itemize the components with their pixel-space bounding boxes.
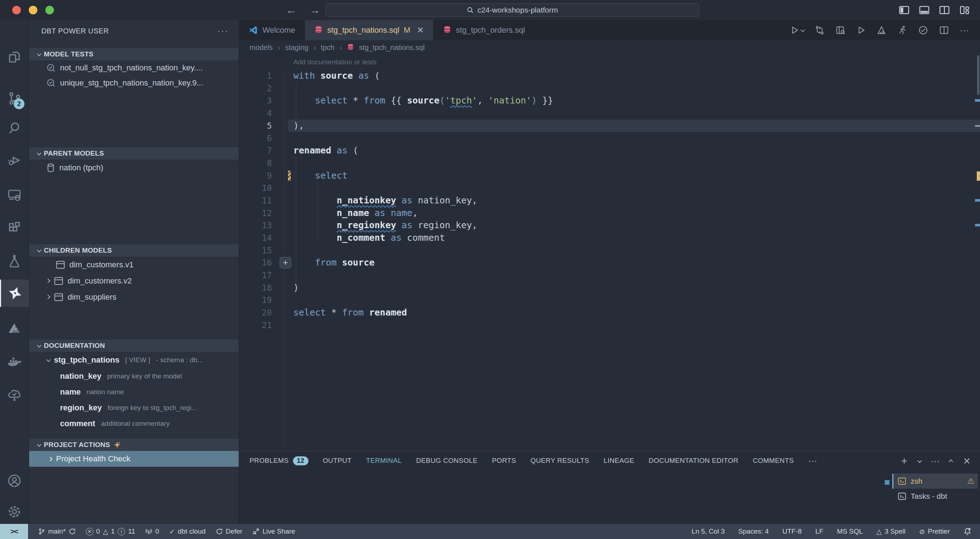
child-model-item[interactable]: dim_suppliers [29, 289, 239, 305]
toggle-panel-icon[interactable] [919, 5, 930, 16]
code-line[interactable]: 15 [239, 244, 980, 257]
cursor-position-status[interactable]: Ln 5, Col 3 [692, 528, 725, 536]
code-line[interactable]: 12 n_name as name, [239, 207, 980, 219]
split-editor-icon[interactable] [939, 25, 949, 35]
gutter[interactable]: + [272, 256, 293, 269]
doc-column-row[interactable]: region_key foreign key to stg_tpch_regi.… [29, 400, 239, 416]
explorer-icon[interactable] [0, 43, 29, 71]
code-line[interactable]: 20select * from renamed [239, 307, 980, 319]
terminal-instance-tasks-dbt[interactable]: Tasks - dbt [892, 489, 978, 504]
minimize-window-button[interactable] [29, 6, 37, 14]
problems-status[interactable]: ✕0 △1 i11 [86, 528, 135, 536]
gutter[interactable] [272, 170, 293, 182]
code-editor[interactable]: Add documentation or tests 1with source … [239, 55, 980, 471]
breadcrumb-item[interactable]: tpch [321, 43, 334, 52]
gutter[interactable] [272, 219, 293, 232]
zoom-window-button[interactable] [45, 6, 54, 14]
code-line[interactable]: 7renamed as ( [239, 145, 980, 157]
command-center-search[interactable]: c24-workshops-platform [325, 3, 699, 17]
gutter[interactable] [272, 94, 293, 107]
gutter[interactable] [272, 132, 293, 145]
add-gutter-button[interactable]: + [280, 257, 291, 269]
spell-checker-status[interactable]: △3 Spell [877, 528, 905, 536]
gutter[interactable] [272, 269, 293, 282]
close-window-button[interactable] [12, 6, 21, 14]
sidebar-more-actions-icon[interactable]: ··· [217, 25, 229, 37]
breadcrumb-item[interactable]: staging [285, 43, 309, 52]
gutter[interactable] [272, 120, 293, 132]
language-mode-status[interactable]: MS SQL [837, 528, 863, 536]
gutter[interactable] [272, 207, 293, 219]
accounts-icon[interactable] [0, 467, 29, 494]
section-children-models[interactable]: CHILDREN MODELS [29, 244, 239, 256]
code-line[interactable]: 1with source as ( [239, 70, 980, 82]
panel-tab-lineage[interactable]: LINEAGE [604, 457, 634, 464]
tab-welcome[interactable]: Welcome [239, 20, 305, 40]
remote-explorer-icon[interactable] [0, 181, 29, 208]
section-project-actions[interactable]: PROJECT ACTIONS [29, 439, 239, 451]
run-debug-icon[interactable] [0, 146, 29, 174]
lineage-icon[interactable] [815, 25, 825, 35]
dbt-a-icon[interactable] [877, 25, 886, 35]
gutter[interactable] [272, 82, 293, 95]
back-icon[interactable]: ← [286, 4, 297, 16]
remote-indicator[interactable]: >< [0, 524, 28, 539]
breadcrumb-item[interactable]: models [250, 43, 272, 52]
live-share-status[interactable]: Live Share [252, 528, 295, 536]
code-line[interactable]: 10 [239, 182, 980, 194]
notifications-bell[interactable] [964, 528, 971, 536]
runner-icon[interactable] [897, 25, 907, 35]
child-model-item[interactable]: dim_customers.v1 [29, 256, 239, 273]
code-line[interactable]: 16+ from source [239, 256, 980, 269]
gutter[interactable] [272, 70, 293, 82]
prettier-status[interactable]: ⊘Prettier [919, 528, 950, 536]
new-terminal-icon[interactable]: + [901, 455, 908, 467]
editor-scrollbar[interactable] [977, 55, 979, 95]
settings-gear-icon[interactable] [0, 498, 29, 525]
code-line[interactable]: 18) [239, 282, 980, 294]
code-line[interactable]: 8 [239, 157, 980, 170]
branch-status[interactable]: main* [38, 528, 76, 536]
section-documentation[interactable]: DOCUMENTATION [29, 340, 239, 352]
code-line[interactable]: 13 n_regionkey as region_key, [239, 219, 980, 232]
terminal-dropdown-icon[interactable] [918, 458, 922, 463]
code-line[interactable]: 11 n_nationkey as nation_key, [239, 194, 980, 207]
code-line[interactable]: 3 select * from {{ source('tpch', 'natio… [239, 94, 980, 107]
source-control-icon[interactable]: 2 [0, 85, 29, 112]
code-line[interactable]: 21 [239, 319, 980, 332]
panel-tab-problems[interactable]: PROBLEMS 12 [250, 456, 309, 465]
documentation-model-row[interactable]: stg_tpch_nations [ VIEW ] - schema : db.… [29, 352, 239, 368]
child-model-item[interactable]: dim_customers.v2 [29, 273, 239, 289]
parent-model-item[interactable]: nation (tpch) [29, 159, 239, 176]
testing-icon[interactable] [0, 247, 29, 275]
gutter[interactable] [272, 319, 293, 332]
indentation-status[interactable]: Spaces: 4 [738, 528, 769, 536]
gutter[interactable] [272, 282, 293, 294]
codelens-action[interactable]: Add documentation or tests [239, 55, 980, 70]
doc-column-row[interactable]: comment additional commentary [29, 416, 239, 432]
section-parent-models[interactable]: PARENT MODELS [29, 147, 239, 159]
breadcrumb-item[interactable]: stg_tpch_nations.sql [359, 43, 425, 52]
close-tab-icon[interactable]: ✕ [417, 25, 424, 35]
dbt-logo-icon[interactable] [0, 315, 29, 342]
gutter[interactable] [272, 145, 293, 157]
code-line[interactable]: 4 [239, 107, 980, 120]
ports-status[interactable]: 0 [145, 528, 159, 536]
search-sidebar-icon[interactable] [0, 114, 29, 142]
encoding-status[interactable]: UTF-8 [782, 528, 802, 536]
dbt-power-user-icon[interactable] [0, 280, 29, 307]
more-actions-icon[interactable]: ··· [960, 25, 969, 36]
open-preview-icon[interactable] [835, 25, 846, 35]
gutter[interactable] [272, 194, 293, 207]
model-test-item[interactable]: not_null_stg_tpch_nations_nation_key.... [29, 60, 239, 75]
customize-layout-icon[interactable] [959, 5, 970, 16]
terminal-instance-zsh[interactable]: zsh ⚠ [892, 474, 978, 489]
panel-tab-documentation-editor[interactable]: DOCUMENTATION EDITOR [649, 457, 738, 464]
panel-tab-debug-console[interactable]: DEBUG CONSOLE [416, 457, 477, 464]
section-model-tests[interactable]: MODEL TESTS [29, 48, 239, 60]
gutter[interactable] [272, 157, 293, 170]
code-line[interactable]: 17 [239, 269, 980, 282]
execute-icon[interactable] [856, 25, 865, 35]
defer-status[interactable]: Defer [216, 528, 242, 536]
overview-ruler[interactable] [975, 55, 980, 471]
